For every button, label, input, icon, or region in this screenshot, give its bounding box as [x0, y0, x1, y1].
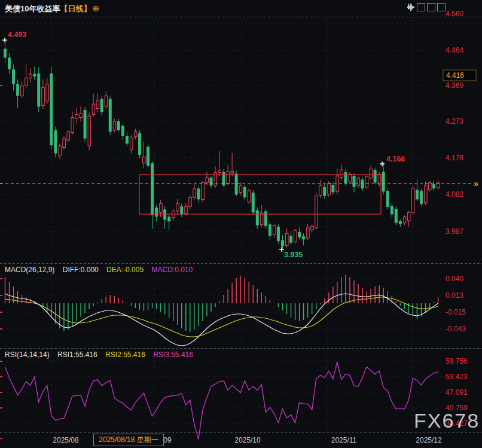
period-label: 【日线】	[60, 4, 91, 13]
play-forward-icon[interactable]	[427, 3, 435, 11]
add-indicator-icon[interactable]: ⊕	[92, 4, 99, 13]
svg-text:3.987: 3.987	[446, 227, 463, 236]
svg-text:»: »	[474, 179, 478, 188]
date-axis: 2025/082025/092025/102025/112025/12 2025…	[0, 433, 482, 448]
axis-zoom-icon[interactable]	[417, 3, 425, 11]
jump-latest-icon[interactable]	[437, 3, 446, 11]
macd-header: MACD(26,12,9) DIFF:0.000 DEA:-0.005 MACD…	[5, 266, 199, 274]
date-label: 2025/11	[331, 436, 357, 444]
rsi-params-label: RSI(14,14,14)	[5, 351, 50, 359]
svg-text:-0.015: -0.015	[446, 308, 466, 316]
svg-text:3.935: 3.935	[284, 251, 303, 259]
rsi2-value: RSI2:55.416	[105, 351, 145, 359]
svg-text:53.423: 53.423	[446, 373, 468, 381]
rsi-header: RSI(14,14,14) RSI1:55.416 RSI2:55.416 RS…	[5, 351, 199, 359]
crosshair-date-box: 2025/08/18 星期一	[93, 434, 164, 446]
svg-text:47.091: 47.091	[446, 388, 468, 397]
chart-window: 4.5604.4644.3694.2734.1784.0823.9870.040…	[0, 0, 482, 448]
page-title: 美债10年收益率	[5, 4, 60, 13]
macd-diff-value: DIFF:0.000	[63, 266, 99, 274]
svg-text:0.040: 0.040	[446, 275, 463, 283]
rsi3-value: RSI3:55.416	[153, 351, 193, 359]
date-label: 2025/10	[234, 436, 260, 444]
svg-text:-0.043: -0.043	[446, 325, 466, 333]
svg-text:4.178: 4.178	[446, 154, 463, 162]
macd-macd-value: MACD:0.010	[151, 266, 193, 274]
svg-text:4.082: 4.082	[446, 190, 463, 199]
svg-text:59.756: 59.756	[446, 357, 468, 365]
svg-text:4.369: 4.369	[446, 81, 463, 90]
watermark: FX678	[414, 409, 480, 432]
chart-canvas[interactable]: 4.5604.4644.3694.2734.1784.0823.9870.040…	[0, 0, 482, 448]
svg-text:4.493: 4.493	[8, 31, 26, 39]
svg-text:4.416: 4.416	[446, 71, 464, 80]
macd-params-label: MACD(26,12,9)	[5, 266, 54, 274]
svg-text:4.464: 4.464	[446, 46, 463, 54]
date-label: 2025/12	[416, 436, 441, 444]
chart-toolbar	[407, 3, 446, 11]
rsi1-value: RSI1:55.416	[57, 351, 97, 359]
svg-text:4.560: 4.560	[446, 10, 463, 18]
macd-dea-value: DEA:-0.005	[106, 266, 144, 274]
chart-header: 美债10年收益率【日线】⊕	[5, 4, 99, 14]
date-label: 2025/08	[53, 436, 78, 444]
svg-text:4.166: 4.166	[386, 155, 405, 163]
svg-text:4.273: 4.273	[446, 117, 463, 126]
svg-text:0.013: 0.013	[446, 291, 463, 300]
